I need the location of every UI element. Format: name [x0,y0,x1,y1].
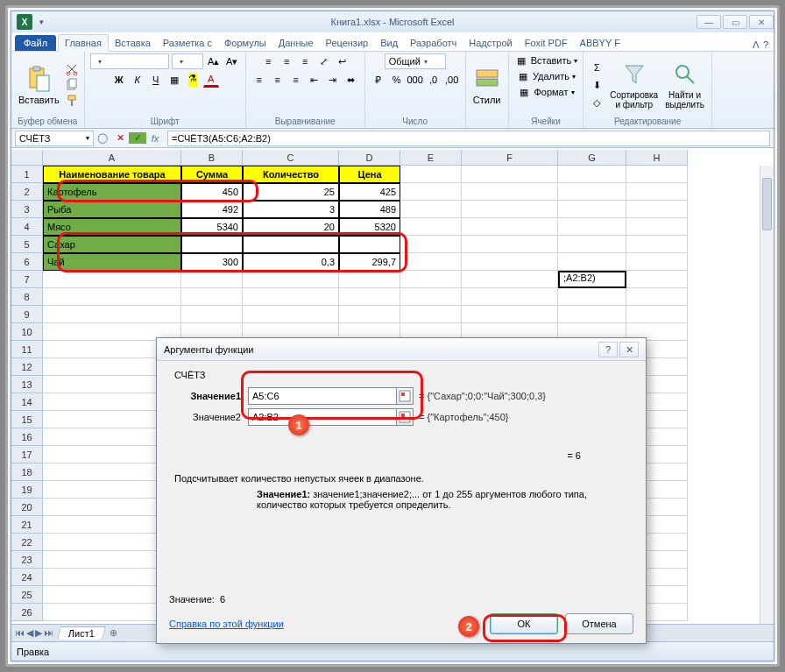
cell[interactable]: 492 [181,201,243,218]
column-header[interactable]: C [243,150,339,166]
cell[interactable] [339,306,400,323]
sheet-nav-next-icon[interactable]: ▶ [35,627,42,639]
cell[interactable] [462,166,558,183]
cell[interactable] [626,201,688,218]
cut-icon[interactable] [65,62,79,76]
cell[interactable] [626,253,688,271]
cell[interactable] [243,271,339,288]
tab-developer[interactable]: Разработч [404,35,463,51]
qat-dropdown-icon[interactable]: ▾ [39,18,44,26]
row-header[interactable]: 4 [11,218,43,236]
cell[interactable] [626,288,688,306]
paste-button[interactable]: Вставить [17,63,61,107]
file-tab[interactable]: Файл [15,35,56,51]
align-right-icon[interactable]: ≡ [288,72,304,88]
cell[interactable]: Наименование товара [43,166,181,183]
indent-dec-icon[interactable]: ⇤ [307,72,322,88]
cell[interactable]: 5320 [339,218,400,236]
cell[interactable] [400,253,462,271]
format-cells-button[interactable]: ▦Формат▾ [517,85,574,99]
orientation-icon[interactable]: ⤢ [315,53,331,69]
tab-layout[interactable]: Разметка с [157,35,218,51]
row-header[interactable]: 8 [11,288,43,306]
wrap-text-icon[interactable]: ↩ [334,53,350,69]
font-color-icon[interactable]: А [203,72,219,88]
cell[interactable]: Рыба [43,201,181,218]
cell[interactable] [462,288,558,306]
cell[interactable] [400,201,462,218]
dialog-help-button[interactable]: ? [598,342,618,357]
row-header[interactable]: 19 [11,481,43,499]
column-header[interactable]: G [558,150,626,166]
border-icon[interactable]: ▦ [166,72,182,88]
arg1-range-button[interactable] [396,387,414,405]
tab-formulas[interactable]: Формулы [218,35,272,51]
ok-button[interactable]: ОК [490,613,558,634]
cell[interactable] [626,306,688,323]
arg2-range-button[interactable] [396,408,414,426]
cell[interactable] [181,306,243,323]
column-header[interactable]: H [626,150,688,166]
row-header[interactable]: 21 [11,516,43,534]
number-format-select[interactable]: Общий [385,53,446,69]
align-center-icon[interactable]: ≡ [270,72,286,88]
tab-addins[interactable]: Надстрой [463,35,518,51]
fill-icon[interactable]: ⬇ [589,77,605,93]
cell[interactable]: Картофель [43,183,181,201]
column-header[interactable]: B [181,150,243,166]
tab-home[interactable]: Главная [58,34,109,52]
styles-button[interactable]: Стили [471,63,503,107]
copy-icon[interactable] [65,78,79,92]
active-cell-g7[interactable]: ;A2:B2) [558,271,626,288]
cell[interactable] [462,183,558,201]
underline-icon[interactable]: Ч [148,72,164,88]
cell[interactable] [400,271,462,288]
row-header[interactable]: 2 [11,183,43,201]
cell[interactable] [558,306,626,323]
cell[interactable] [626,236,688,253]
italic-icon[interactable]: К [130,72,145,88]
insert-cells-button[interactable]: ▦Вставить▾ [514,53,578,67]
new-sheet-icon[interactable]: ⊕ [110,627,117,639]
cell[interactable]: 3 [243,201,339,218]
cell[interactable] [181,288,243,306]
accept-formula-button[interactable]: ✓ [129,132,146,144]
cell[interactable] [400,183,462,201]
delete-cells-button[interactable]: ▦Удалить▾ [516,69,576,83]
row-header[interactable]: 12 [11,358,43,376]
row-header[interactable]: 23 [11,551,43,569]
dec-decimal-icon[interactable]: ,00 [444,72,460,88]
minimize-button[interactable]: — [697,15,721,29]
cell[interactable]: Сахар [43,236,181,253]
cell[interactable] [558,253,626,271]
align-bottom-icon[interactable]: ≡ [297,53,313,69]
row-header[interactable]: 5 [11,236,43,253]
cell[interactable] [462,271,558,288]
arg2-input[interactable]: A2:B2 [248,408,397,426]
fx-button[interactable]: fx [146,133,164,144]
cell[interactable]: Сумма [181,166,243,183]
row-header[interactable]: 16 [11,428,43,446]
dialog-close-button[interactable]: ✕ [619,342,639,357]
cell[interactable]: 489 [339,201,400,218]
tab-insert[interactable]: Вставка [109,35,157,51]
column-header[interactable]: E [400,150,462,166]
cell[interactable] [462,253,558,271]
cell[interactable] [400,218,462,236]
cell[interactable] [558,236,626,253]
sort-filter-button[interactable]: Сортировка и фильтр [608,59,660,111]
cell[interactable] [243,288,339,306]
cell[interactable] [558,288,626,306]
cell[interactable] [400,236,462,253]
vertical-scrollbar[interactable] [760,166,774,641]
formula-input[interactable]: =СЧЁТЗ(A5:C6;A2:B2) [167,131,770,146]
cell[interactable]: 0,3 [243,253,339,271]
minimize-ribbon-icon[interactable]: ᐱ [753,39,760,51]
row-header[interactable]: 18 [11,463,43,481]
cancel-button[interactable]: Отмена [565,613,633,634]
sheet-nav-last-icon[interactable]: ⏭ [44,627,53,639]
close-button[interactable]: ✕ [749,15,774,29]
cell[interactable] [462,306,558,323]
font-name-select[interactable] [90,53,169,69]
clear-icon[interactable]: ◇ [589,95,605,110]
